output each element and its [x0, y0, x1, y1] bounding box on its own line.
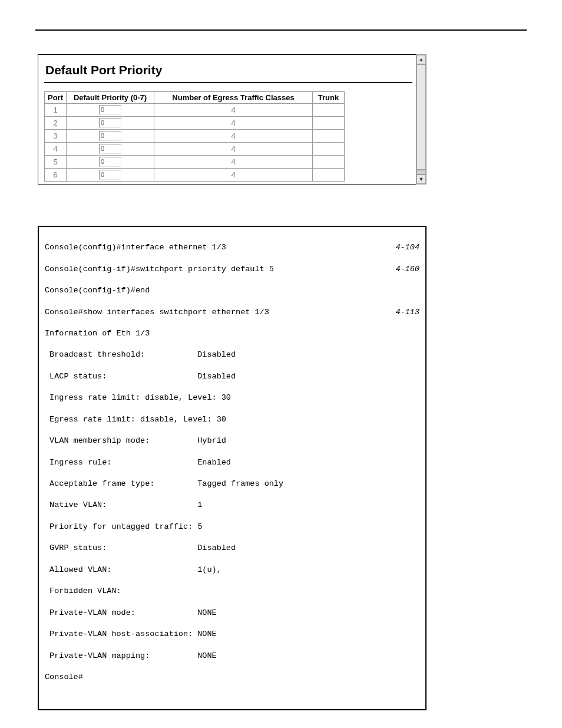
egress-cell: 4 — [154, 104, 313, 117]
priority-cell: 0 — [67, 130, 154, 143]
cli-ref — [412, 414, 419, 425]
cli-line: Ingress rate limit: disable, Level: 30 — [45, 393, 231, 403]
port-cell: 3 — [45, 130, 67, 143]
priority-input[interactable]: 0 — [99, 105, 121, 115]
cli-line: Private-VLAN host-association: NONE — [45, 629, 217, 640]
cli-ref — [412, 629, 419, 640]
trunk-cell — [313, 156, 345, 169]
cli-line: Private-VLAN mode: NONE — [45, 608, 217, 618]
port-cell: 2 — [45, 117, 67, 130]
cli-ref — [412, 393, 419, 403]
priority-cell: 0 — [67, 169, 154, 182]
scroll-down-button[interactable]: ▼ — [416, 174, 426, 184]
trunk-cell — [313, 130, 345, 143]
table-row: 1 0 4 — [45, 104, 345, 117]
cli-line: Ingress rule: Enabled — [45, 457, 231, 468]
cli-ref — [412, 672, 419, 683]
priority-cell: 0 — [67, 104, 154, 117]
trunk-cell — [313, 117, 345, 130]
cli-line: Console(config-if)#end — [45, 285, 150, 296]
cli-line: Information of Eth 1/3 — [45, 328, 150, 339]
scroll-track[interactable] — [416, 64, 426, 170]
cli-ref — [412, 350, 419, 360]
cli-line: Allowed VLAN: 1(u), — [45, 565, 222, 575]
egress-cell: 4 — [154, 117, 313, 130]
cli-ref — [412, 436, 419, 446]
priority-cell: 0 — [67, 143, 154, 156]
panel-title: Default Port Priority — [45, 63, 412, 77]
table-row: 5 0 4 — [45, 156, 345, 169]
table-row: 6 0 4 — [45, 169, 345, 182]
priority-table: Port Default Priority (0-7) Number of Eg… — [44, 91, 345, 182]
port-cell: 6 — [45, 169, 67, 182]
cli-ref — [412, 457, 419, 468]
panel-rule — [44, 82, 412, 83]
vertical-scrollbar[interactable]: ▲ ▼ — [416, 54, 427, 185]
col-egress: Number of Egress Traffic Classes — [154, 92, 313, 104]
trunk-cell — [313, 104, 345, 117]
port-cell: 1 — [45, 104, 67, 117]
cli-line: Broadcast threshold: Disabled — [45, 350, 236, 360]
priority-input[interactable]: 0 — [99, 118, 121, 128]
egress-cell: 4 — [154, 169, 313, 182]
cli-ref: 4-113 — [388, 307, 419, 318]
priority-cell: 0 — [67, 117, 154, 130]
scroll-up-button[interactable]: ▲ — [416, 55, 426, 64]
table-row: 4 0 4 — [45, 143, 345, 156]
cli-ref — [412, 522, 419, 532]
egress-cell: 4 — [154, 143, 313, 156]
cli-ref — [412, 328, 419, 339]
priority-input[interactable]: 0 — [99, 144, 121, 154]
priority-input[interactable]: 0 — [99, 157, 121, 167]
cli-ref — [412, 586, 419, 597]
cli-output: Console(config)#interface ethernet 1/34-… — [38, 226, 427, 710]
egress-cell: 4 — [154, 156, 313, 169]
cli-ref — [412, 565, 419, 575]
egress-cell: 4 — [154, 130, 313, 143]
table-row: 3 0 4 — [45, 130, 345, 143]
col-trunk: Trunk — [313, 92, 345, 104]
scroll-thumb[interactable] — [416, 170, 426, 174]
cli-ref — [412, 651, 419, 661]
cli-ref — [412, 285, 419, 296]
cli-line: Console# — [45, 672, 83, 683]
col-port: Port — [45, 92, 67, 104]
cli-line: Console(config-if)#switchport priority d… — [45, 264, 274, 275]
cli-line: Private-VLAN mapping: NONE — [45, 651, 217, 661]
cli-ref: 4-160 — [388, 264, 419, 275]
cli-ref — [412, 608, 419, 618]
cli-line: Priority for untagged traffic: 5 — [45, 522, 202, 532]
port-cell: 5 — [45, 156, 67, 169]
cli-ref — [412, 479, 419, 489]
cli-line: Native VLAN: 1 — [45, 500, 202, 510]
priority-cell: 0 — [67, 156, 154, 169]
cli-line: Console#show interfaces switchport ether… — [45, 307, 269, 318]
default-port-priority-panel: Default Port Priority Port Default Prior… — [38, 54, 427, 185]
page-header-rule — [35, 29, 527, 31]
port-cell: 4 — [45, 143, 67, 156]
cli-line: Console(config)#interface ethernet 1/3 — [45, 242, 226, 253]
cli-ref: 4-104 — [388, 242, 419, 253]
cli-line: Egress rate limit: disable, Level: 30 — [45, 414, 226, 425]
trunk-cell — [313, 143, 345, 156]
priority-input[interactable]: 0 — [99, 170, 121, 180]
cli-line: Acceptable frame type: Tagged frames onl… — [45, 479, 283, 489]
cli-line: VLAN membership mode: Hybrid — [45, 436, 226, 446]
cli-ref — [412, 371, 419, 382]
cli-ref — [412, 500, 419, 510]
cli-line: GVRP status: Disabled — [45, 543, 236, 554]
table-row: 2 0 4 — [45, 117, 345, 130]
cli-line: LACP status: Disabled — [45, 371, 236, 382]
col-priority: Default Priority (0-7) — [67, 92, 154, 104]
cli-line: Forbidden VLAN: — [45, 586, 121, 597]
cli-ref — [412, 543, 419, 554]
priority-input[interactable]: 0 — [99, 131, 121, 141]
trunk-cell — [313, 169, 345, 182]
